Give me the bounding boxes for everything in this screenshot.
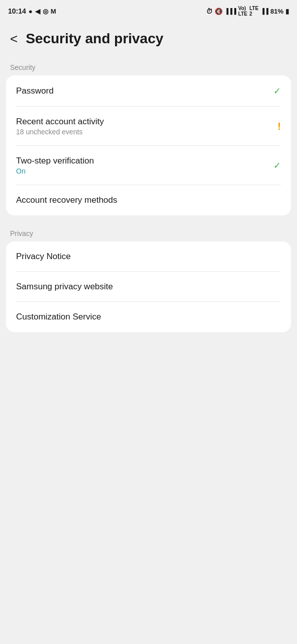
status-left: 10:14 ● ◀ ◎ M (8, 7, 56, 15)
customization-item[interactable]: Customization Service (6, 302, 291, 332)
signal-bars-icon: ▐▐▐ (225, 8, 236, 14)
status-right: ⏱ 🔇 ▐▐▐ Vo)LTE LTE2 ▐▐ 81% ▮ (206, 6, 289, 17)
password-chevron-icon: ✓ (273, 86, 281, 97)
whatsapp-icon: ● (29, 8, 33, 15)
privacy-section-label: Privacy (0, 221, 297, 242)
status-time: 10:14 (8, 7, 26, 15)
recent-activity-content: Recent account activity 18 unchecked eve… (16, 117, 104, 136)
security-card: Password ✓ Recent account activity 18 un… (6, 75, 291, 215)
samsung-privacy-content: Samsung privacy website (16, 282, 113, 292)
password-content: Password (16, 86, 54, 96)
two-step-chevron-icon: ✓ (273, 160, 281, 171)
header: < Security and privacy (0, 20, 297, 55)
recovery-methods-item[interactable]: Account recovery methods (6, 185, 291, 215)
privacy-notice-title: Privacy Notice (16, 252, 71, 262)
battery-icon: ▮ (285, 8, 289, 15)
page-title: Security and privacy (26, 30, 163, 47)
customization-content: Customization Service (16, 312, 101, 322)
alarm-icon: ⏱ (206, 8, 213, 15)
password-title: Password (16, 86, 54, 96)
recent-activity-title: Recent account activity (16, 117, 104, 127)
privacy-card: Privacy Notice Samsung privacy website C… (6, 242, 291, 332)
privacy-notice-content: Privacy Notice (16, 252, 71, 262)
two-step-item[interactable]: Two-step verification On ✓ (6, 146, 291, 185)
two-step-status: On (16, 167, 94, 175)
recent-activity-subtitle: 18 unchecked events (16, 128, 104, 136)
samsung-privacy-item[interactable]: Samsung privacy website (6, 272, 291, 302)
status-bar: 10:14 ● ◀ ◎ M ⏱ 🔇 ▐▐▐ Vo)LTE LTE2 ▐▐ 81%… (0, 0, 297, 20)
back-button[interactable]: < (8, 30, 20, 47)
volte-label: Vo)LTE (238, 6, 247, 17)
recovery-methods-title: Account recovery methods (16, 195, 117, 205)
privacy-notice-item[interactable]: Privacy Notice (6, 242, 291, 272)
mute-icon: 🔇 (215, 8, 223, 15)
recent-activity-alert-icon: ! (277, 121, 281, 132)
lte2-label: LTE2 (249, 6, 258, 17)
two-step-title: Two-step verification (16, 156, 94, 166)
back-arrow-icon: < (10, 31, 18, 46)
two-step-content: Two-step verification On (16, 156, 94, 175)
instagram-icon: ◎ (43, 8, 48, 15)
customization-title: Customization Service (16, 312, 101, 322)
telegram-icon: ◀ (35, 8, 40, 15)
security-section-label: Security (0, 55, 297, 75)
password-item[interactable]: Password ✓ (6, 75, 291, 107)
recovery-methods-content: Account recovery methods (16, 195, 117, 205)
battery-percent: 81% (270, 8, 283, 15)
signal-bars2-icon: ▐▐ (260, 8, 268, 14)
recent-activity-item[interactable]: Recent account activity 18 unchecked eve… (6, 107, 291, 146)
gmail-icon: M (51, 8, 56, 15)
samsung-privacy-title: Samsung privacy website (16, 282, 113, 292)
